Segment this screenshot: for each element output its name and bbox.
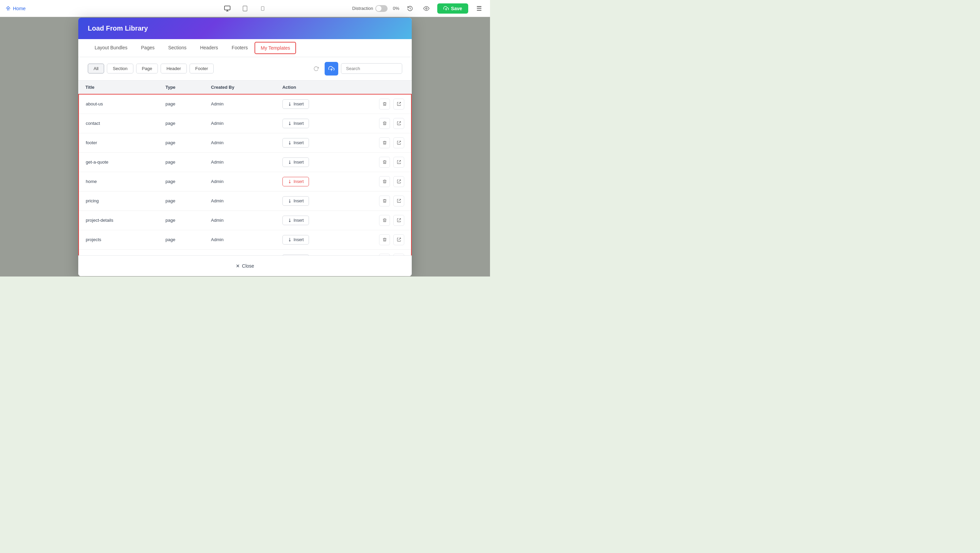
modal-header: Load From Library <box>78 17 412 39</box>
modal-tabs: Layout Bundles Pages Sections Headers Fo… <box>78 39 412 57</box>
distraction-toggle-switch[interactable] <box>375 5 388 12</box>
row-type: page <box>159 249 204 256</box>
svg-line-25 <box>398 238 401 240</box>
delete-button[interactable] <box>379 99 390 110</box>
row-action-cell: Insert <box>275 133 411 153</box>
eye-icon[interactable] <box>421 3 432 14</box>
col-title: Title <box>79 81 159 94</box>
table-header: Title Type Created By Action <box>79 81 411 94</box>
action-buttons: Insert <box>282 99 404 110</box>
tab-headers[interactable]: Headers <box>193 40 225 56</box>
delete-button[interactable] <box>379 195 390 207</box>
col-created: Created By <box>204 81 275 94</box>
mobile-icon[interactable] <box>257 3 268 14</box>
upload-button[interactable] <box>325 62 338 76</box>
menu-icon[interactable]: ☰ <box>474 3 485 14</box>
table-row: get-a-quotepageAdmin Insert <box>79 153 411 172</box>
svg-line-19 <box>398 180 401 182</box>
row-action-cell: Insert <box>275 94 411 114</box>
table-row: homepageAdmin Insert <box>79 172 411 191</box>
percent-display: 0% <box>393 6 399 11</box>
row-title: pricing <box>79 191 159 211</box>
insert-button[interactable]: Insert <box>282 119 309 128</box>
row-title: project-details <box>79 211 159 230</box>
export-button[interactable] <box>393 195 404 207</box>
tab-my-templates[interactable]: My Templates <box>255 42 296 54</box>
tab-sections[interactable]: Sections <box>161 40 193 56</box>
export-button[interactable] <box>393 137 404 148</box>
row-created-by: Admin <box>204 94 275 114</box>
desktop-icon[interactable] <box>222 3 233 14</box>
page-background: ✓VENTURE Get a Quote 5 I bus Wis 22, ...… <box>0 17 490 276</box>
filter-header-button[interactable]: Header <box>161 64 187 73</box>
row-action-cell: Insert <box>275 249 411 256</box>
insert-button[interactable]: Insert <box>282 138 309 148</box>
action-buttons: Insert <box>282 234 404 245</box>
tab-pages[interactable]: Pages <box>134 40 162 56</box>
table-row: project-detailspageAdmin Insert <box>79 211 411 230</box>
filter-all-button[interactable]: All <box>88 64 104 73</box>
action-buttons: Insert <box>282 118 404 129</box>
insert-button[interactable]: Insert <box>282 177 309 186</box>
delete-button[interactable] <box>379 137 390 148</box>
table-row: about-uspageAdmin Insert <box>79 94 411 114</box>
action-buttons: Insert <box>282 195 404 207</box>
row-created-by: Admin <box>204 230 275 249</box>
export-button[interactable] <box>393 157 404 168</box>
delete-button[interactable] <box>379 157 390 168</box>
row-created-by: Admin <box>204 114 275 133</box>
svg-rect-0 <box>224 6 231 10</box>
col-type: Type <box>159 81 204 94</box>
insert-button[interactable]: Insert <box>282 196 309 206</box>
home-link[interactable]: Home <box>5 6 25 11</box>
row-title: services <box>79 249 159 256</box>
export-button[interactable] <box>393 176 404 187</box>
filter-footer-button[interactable]: Footer <box>189 64 214 73</box>
col-action: Action <box>275 81 411 94</box>
history-icon[interactable] <box>404 3 415 14</box>
delete-button[interactable] <box>379 234 390 245</box>
refresh-button[interactable] <box>310 63 322 75</box>
close-button[interactable]: ✕ Close <box>228 261 262 272</box>
delete-button[interactable] <box>379 215 390 226</box>
svg-line-13 <box>398 122 401 124</box>
svg-line-11 <box>398 102 401 105</box>
export-button[interactable] <box>393 99 404 110</box>
insert-button[interactable]: Insert <box>282 216 309 225</box>
close-label: Close <box>242 263 254 269</box>
filter-bar: All Section Page Header Footer <box>78 57 412 81</box>
export-button[interactable] <box>393 234 404 245</box>
distraction-toggle[interactable]: Distraction <box>352 5 387 12</box>
export-button[interactable] <box>393 215 404 226</box>
row-action-cell: Insert <box>275 230 411 249</box>
delete-button[interactable] <box>379 118 390 129</box>
filter-page-button[interactable]: Page <box>136 64 158 73</box>
export-button[interactable] <box>393 118 404 129</box>
close-x-icon: ✕ <box>236 263 240 269</box>
save-button[interactable]: Save <box>437 3 468 14</box>
row-title: projects <box>79 230 159 249</box>
tablet-icon[interactable] <box>240 3 250 14</box>
row-type: page <box>159 211 204 230</box>
insert-button[interactable]: Insert <box>282 235 309 245</box>
row-created-by: Admin <box>204 172 275 191</box>
template-table: Title Type Created By Action about-uspag… <box>78 81 412 256</box>
search-input[interactable] <box>341 63 402 74</box>
insert-button[interactable]: Insert <box>282 99 309 109</box>
template-table-container: Title Type Created By Action about-uspag… <box>78 81 412 256</box>
svg-line-23 <box>398 219 401 221</box>
device-switcher <box>222 3 268 14</box>
insert-button[interactable]: Insert <box>282 157 309 167</box>
row-action-cell: Insert <box>275 153 411 172</box>
row-title: contact <box>79 114 159 133</box>
modal-title: Load From Library <box>88 24 148 32</box>
filter-section-button[interactable]: Section <box>107 64 133 73</box>
tab-layout-bundles[interactable]: Layout Bundles <box>88 40 134 56</box>
save-label: Save <box>451 6 462 11</box>
delete-button[interactable] <box>379 176 390 187</box>
row-title: home <box>79 172 159 191</box>
row-created-by: Admin <box>204 211 275 230</box>
modal-footer: ✕ Close <box>78 256 412 276</box>
tab-footers[interactable]: Footers <box>225 40 255 56</box>
svg-line-21 <box>398 199 401 201</box>
